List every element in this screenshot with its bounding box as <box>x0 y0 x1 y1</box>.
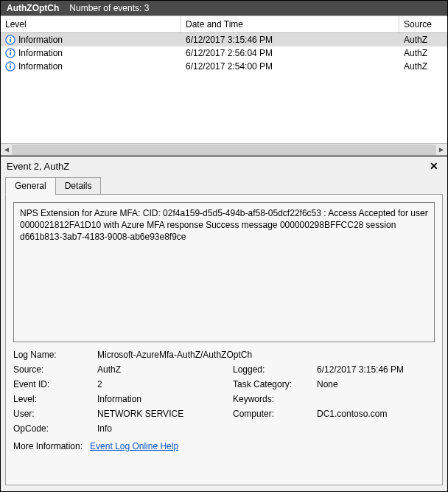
label-user: User: <box>13 409 94 419</box>
col-date[interactable]: Date and Time <box>181 16 399 32</box>
tab-general[interactable]: General <box>5 177 56 195</box>
event-list-pane: Level Date and Time Source Information 6… <box>1 15 447 156</box>
tabs: General Details <box>5 176 443 194</box>
col-level[interactable]: Level <box>1 16 181 32</box>
svg-rect-1 <box>10 39 11 42</box>
scroll-left-icon[interactable]: ◄ <box>1 145 12 155</box>
cell-date: 6/12/2017 3:15:46 PM <box>186 35 273 45</box>
label-task-category: Task Category: <box>233 379 314 389</box>
col-source[interactable]: Source <box>399 16 444 32</box>
label-more-info: More Information: <box>13 441 83 451</box>
value-computer: DC1.contoso.com <box>317 409 435 419</box>
value-source: AuthZ <box>97 364 230 375</box>
info-icon <box>5 61 15 72</box>
label-opcode: OpCode: <box>13 423 94 434</box>
cell-source: AuthZ <box>404 48 427 58</box>
cell-level: Information <box>18 48 63 58</box>
cell-level: Information <box>18 61 63 72</box>
label-event-id: Event ID: <box>13 379 94 389</box>
value-level: Information <box>97 394 230 404</box>
label-source: Source: <box>13 364 94 375</box>
label-level: Level: <box>13 394 94 404</box>
cell-date: 6/12/2017 2:56:04 PM <box>186 48 273 58</box>
value-task-category: None <box>317 379 435 389</box>
event-properties: Log Name: Microsoft-AzureMfa-AuthZ/AuthZ… <box>13 350 435 434</box>
tab-panel-general: NPS Extension for Azure MFA: CID: 02f4a1… <box>5 194 443 485</box>
value-event-id: 2 <box>97 379 230 389</box>
close-icon[interactable]: ✕ <box>427 160 441 172</box>
scroll-right-icon[interactable]: ► <box>436 145 447 155</box>
event-message[interactable]: NPS Extension for Azure MFA: CID: 02f4a1… <box>13 202 435 342</box>
svg-point-2 <box>10 37 11 38</box>
label-keywords: Keywords: <box>233 394 314 404</box>
table-row[interactable]: Information 6/12/2017 2:56:04 PM AuthZ <box>1 46 447 60</box>
value-user: NETWORK SERVICE <box>97 409 230 419</box>
detail-title: Event 2, AuthZ <box>7 161 69 172</box>
svg-point-8 <box>10 63 11 65</box>
tab-details[interactable]: Details <box>55 177 102 195</box>
value-logged: 6/12/2017 3:15:46 PM <box>317 364 435 375</box>
detail-pane: Event 2, AuthZ ✕ General Details NPS Ext… <box>1 156 447 491</box>
horizontal-scrollbar[interactable]: ◄ ► <box>1 143 447 155</box>
label-log-name: Log Name: <box>13 350 94 360</box>
value-opcode: Info <box>97 423 435 434</box>
label-computer: Computer: <box>233 409 314 419</box>
label-logged: Logged: <box>233 364 314 375</box>
table-row[interactable]: Information 6/12/2017 3:15:46 PM AuthZ <box>1 33 447 46</box>
grid-header: Level Date and Time Source <box>1 15 447 33</box>
info-icon <box>5 35 15 45</box>
cell-source: AuthZ <box>404 61 427 72</box>
svg-rect-4 <box>10 52 11 55</box>
event-count: Number of events: 3 <box>69 3 149 13</box>
grid-body[interactable]: Information 6/12/2017 3:15:46 PM AuthZ I… <box>1 33 447 143</box>
titlebar: AuthZOptCh Number of events: 3 <box>1 1 447 15</box>
scroll-thumb[interactable] <box>12 145 436 155</box>
table-row[interactable]: Information 6/12/2017 2:54:00 PM AuthZ <box>1 60 447 73</box>
cell-date: 6/12/2017 2:54:00 PM <box>186 61 273 72</box>
svg-rect-7 <box>10 66 11 69</box>
scroll-track[interactable] <box>12 145 436 155</box>
svg-point-5 <box>10 50 11 52</box>
link-event-log-online-help[interactable]: Event Log Online Help <box>90 441 178 451</box>
log-title: AuthZOptCh <box>7 3 59 13</box>
value-log-name: Microsoft-AzureMfa-AuthZ/AuthZOptCh <box>97 350 435 360</box>
cell-source: AuthZ <box>404 35 427 45</box>
info-icon <box>5 48 15 58</box>
cell-level: Information <box>18 35 63 45</box>
